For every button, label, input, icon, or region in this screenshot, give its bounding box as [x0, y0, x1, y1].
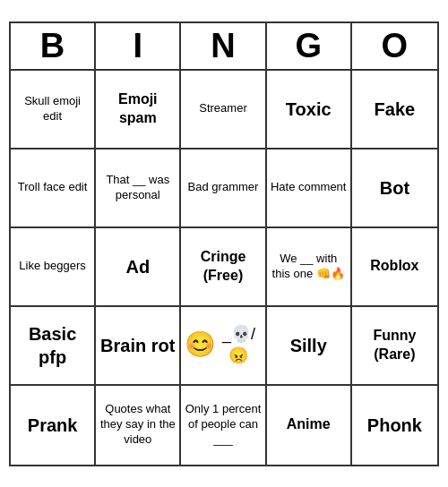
- bingo-cell: Funny (Rare): [352, 307, 437, 386]
- bingo-cell: Bot: [352, 150, 437, 228]
- bingo-cell: Basic pfp: [11, 307, 96, 386]
- bingo-cell: Cringe (Free): [181, 228, 266, 307]
- bingo-cell: Roblox: [352, 228, 437, 307]
- bingo-cell: Silly: [267, 307, 352, 386]
- header-letter: O: [352, 23, 437, 69]
- bingo-cell: Fake: [352, 71, 437, 150]
- bingo-cell: Bad grammer: [181, 150, 266, 228]
- header-letter: N: [181, 23, 266, 69]
- header-letter: I: [96, 23, 181, 69]
- header-letter: B: [11, 23, 96, 69]
- bingo-cell: Troll face edit: [11, 150, 96, 228]
- bingo-cell: Ad: [96, 228, 181, 307]
- bingo-cell: Toxic: [267, 71, 352, 150]
- bingo-cell: Skull emoji edit: [11, 71, 96, 150]
- header-letter: G: [267, 23, 352, 69]
- bingo-cell: Hate comment: [267, 150, 352, 228]
- bingo-grid: Skull emoji editEmoji spamStreamerToxicF…: [11, 71, 437, 465]
- bingo-cell: Emoji spam: [96, 71, 181, 150]
- bingo-cell: Prank: [11, 386, 96, 465]
- bingo-cell: Brain rot: [96, 307, 181, 386]
- bingo-cell: Phonk: [352, 386, 437, 465]
- bingo-card: BINGO Skull emoji editEmoji spamStreamer…: [9, 21, 439, 466]
- bingo-cell: Like beggers: [11, 228, 96, 307]
- bingo-header: BINGO: [11, 23, 437, 71]
- bingo-cell: We __ with this one 👊🔥: [267, 228, 352, 307]
- bingo-cell: 😊_💀/😠: [181, 307, 266, 386]
- bingo-cell: Streamer: [181, 71, 266, 150]
- bingo-cell: Only 1 percent of people can ___: [181, 386, 266, 465]
- bingo-cell: Anime: [267, 386, 352, 465]
- bingo-cell: That __ was personal: [96, 150, 181, 228]
- bingo-cell: Quotes what they say in the video: [96, 386, 181, 465]
